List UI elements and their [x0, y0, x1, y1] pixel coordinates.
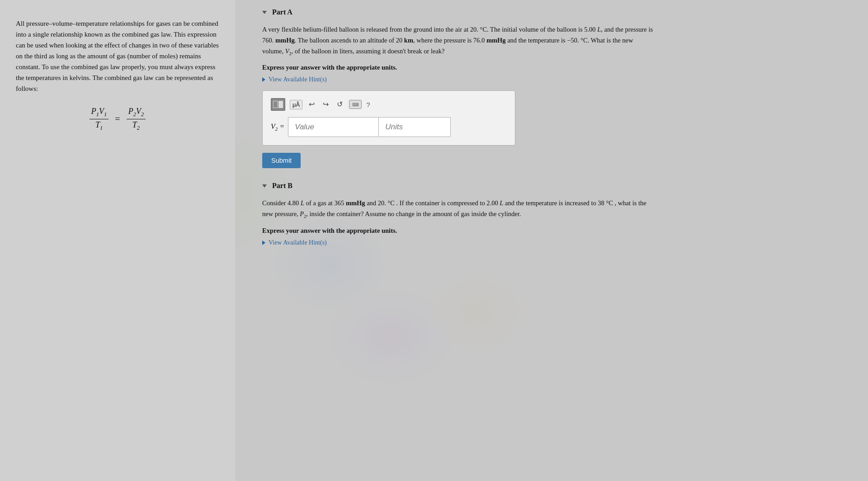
part-a-header: Part A [262, 8, 850, 16]
keyboard-icon[interactable]: ⌨ [349, 100, 362, 109]
part-b-header: Part B [262, 182, 850, 190]
left-panel: All pressure–volume–temperature relation… [0, 0, 235, 481]
split-left [273, 101, 278, 108]
part-a-collapse-arrow[interactable] [262, 11, 267, 14]
formula-left-numerator: P1V1 [90, 107, 109, 119]
part-b-title: Part B [272, 182, 292, 190]
part-a-question: A very flexible helium-filled balloon is… [262, 24, 656, 57]
part-a-hints-text: View Available Hint(s) [269, 76, 327, 83]
split-square-icon[interactable] [271, 98, 285, 111]
formula-left: P1V1 T1 [90, 107, 109, 131]
part-b-question: Consider 4.80 L of a gas at 365 mmHg and… [262, 198, 656, 221]
part-b-section: Part B Consider 4.80 L of a gas at 365 m… [262, 182, 850, 246]
formula-right: P2V2 T2 [127, 107, 146, 131]
right-panel: Part A A very flexible helium-filled bal… [235, 0, 868, 481]
units-input[interactable] [378, 117, 451, 137]
part-a-title: Part A [272, 8, 292, 16]
formula-equals: = [115, 114, 120, 124]
formula-right-numerator: P2V2 [127, 107, 146, 119]
part-b-hints-text: View Available Hint(s) [269, 239, 327, 246]
intro-text: All pressure–volume–temperature relation… [16, 18, 219, 94]
mu-a-icon[interactable]: μÅ [290, 100, 302, 109]
v2-label: V2 = [271, 123, 284, 132]
split-right [278, 101, 283, 108]
formula-right-denominator: T2 [131, 119, 142, 132]
hint-arrow-icon [262, 77, 265, 82]
value-input[interactable] [288, 117, 378, 137]
undo-button[interactable]: ↩ [307, 100, 316, 109]
part-a-express-label: Express your answer with the appropriate… [262, 64, 850, 71]
part-b-collapse-arrow[interactable] [262, 184, 267, 188]
redo-button[interactable]: ↪ [321, 100, 330, 109]
combined-gas-law-formula: P1V1 T1 = P2V2 T2 [16, 107, 219, 131]
part-b-hint-arrow-icon [262, 240, 265, 245]
help-icon[interactable]: ? [366, 101, 370, 108]
answer-input-row: V2 = [271, 117, 507, 137]
submit-button[interactable]: Submit [262, 153, 301, 168]
part-b-express-label: Express your answer with the appropriate… [262, 227, 850, 235]
answer-toolbar: μÅ ↩ ↪ ↺ ⌨ ? [271, 98, 507, 111]
keyboard-symbol: ⌨ [352, 102, 359, 107]
answer-input-box: μÅ ↩ ↪ ↺ ⌨ ? V2 = [262, 90, 515, 146]
formula-left-denominator: T1 [94, 119, 104, 132]
reset-button[interactable]: ↺ [335, 100, 344, 109]
part-a-hints-link[interactable]: View Available Hint(s) [262, 76, 850, 83]
part-b-hints-link[interactable]: View Available Hint(s) [262, 239, 850, 246]
